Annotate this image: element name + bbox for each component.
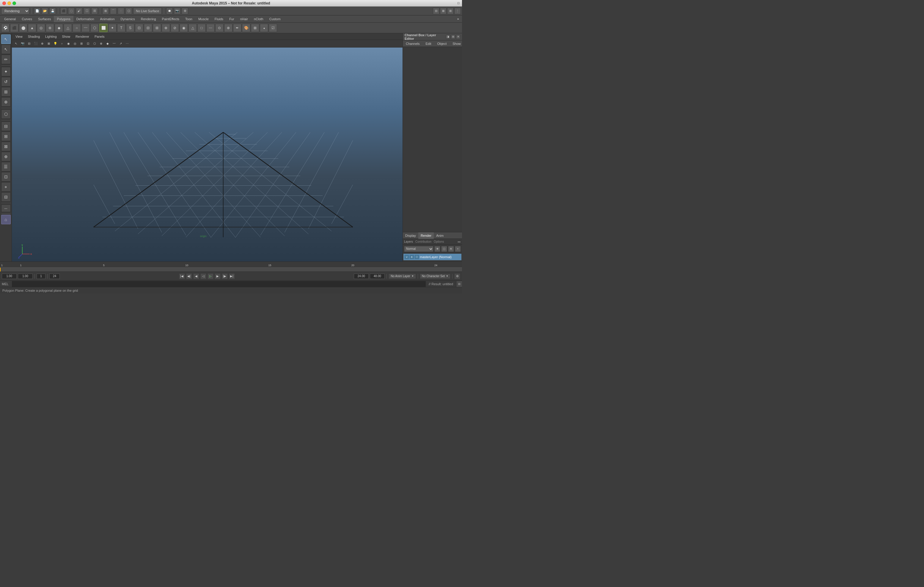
live-surface-btn[interactable]: No Live Surface: [133, 8, 162, 14]
soft-mod-tool[interactable]: ⊟: [1, 122, 11, 131]
menu-fluids[interactable]: Fluids: [212, 16, 226, 22]
frame-input[interactable]: [36, 274, 46, 279]
layer-subtab-contribution[interactable]: Contribution: [415, 240, 431, 243]
cb-tab-edit[interactable]: Edit: [422, 40, 434, 47]
vp-camera-btn[interactable]: 📷: [20, 41, 26, 47]
layer-add-btn[interactable]: +: [455, 246, 461, 252]
shelf-tex-btn[interactable]: ⊠: [251, 24, 259, 32]
shelf-torus-btn[interactable]: ◎: [37, 24, 45, 32]
shelf-triangulate-btn[interactable]: △: [188, 24, 197, 32]
show-ui-btn[interactable]: ⊟: [433, 8, 439, 14]
menu-ncloth[interactable]: nCloth: [251, 16, 266, 22]
vp-motiontrail-btn[interactable]: ↗: [118, 41, 124, 47]
timeline-ruler[interactable]: 1 1 5 10 15: [0, 262, 462, 267]
vp-lights-btn[interactable]: 💡: [52, 41, 58, 47]
shelf-mirror-btn[interactable]: ⊘: [171, 24, 179, 32]
home-btn[interactable]: ⌂: [1, 215, 11, 224]
layer-ref-icon[interactable]: ⬡: [415, 255, 419, 259]
anim-layer-dropdown[interactable]: No Anim Layer ▼: [389, 274, 416, 279]
shelf-extra-btn[interactable]: ⬥: [260, 24, 268, 32]
menu-surfaces[interactable]: Surfaces: [35, 16, 54, 22]
layer-vis-icon[interactable]: V: [404, 255, 409, 259]
layer-subtab-options[interactable]: Options: [434, 240, 444, 243]
layer-item-master[interactable]: V R ⬡ masterLayer (Normal): [403, 254, 461, 260]
vp-joints-btn[interactable]: ⊗: [98, 41, 104, 47]
step-fwd-btn[interactable]: |▶: [222, 273, 228, 279]
select-all-btn[interactable]: ☐: [84, 8, 90, 14]
layer-subtab-more[interactable]: ▸▸: [458, 240, 461, 243]
timeline-bar[interactable]: [0, 267, 462, 271]
layer-tab-display[interactable]: Display: [403, 232, 418, 239]
vp-deformers-btn[interactable]: ◆: [105, 41, 111, 47]
move-tool[interactable]: ✦: [1, 67, 11, 76]
diag-layout[interactable]: ⋄: [1, 182, 11, 192]
hotbox-btn[interactable]: ⊠: [440, 8, 447, 14]
layer-type-icon[interactable]: R: [410, 255, 414, 259]
menu-dynamics[interactable]: Dynamics: [118, 16, 138, 22]
menu-nhair[interactable]: nHair: [237, 16, 251, 22]
menu-painteffects[interactable]: PaintEffects: [159, 16, 183, 22]
dotgrid-layout[interactable]: ⊡: [1, 172, 11, 181]
playback-max-input[interactable]: [370, 274, 385, 279]
shelf-helix-btn[interactable]: 〰: [81, 24, 90, 32]
show-menu[interactable]: Show: [60, 34, 73, 39]
cb-options-btn[interactable]: ⊟: [451, 35, 455, 39]
shelf-plane-btn[interactable]: ⬜: [99, 24, 107, 32]
step-back-btn[interactable]: ◀|: [186, 273, 192, 279]
shelf-append-btn[interactable]: ⊞: [153, 24, 161, 32]
shelf-soccer-btn[interactable]: ⬡: [91, 24, 99, 32]
shelf-extrude-btn[interactable]: ⊡: [135, 24, 143, 32]
playback-min-input[interactable]: [354, 274, 369, 279]
shelf-paint-btn[interactable]: 🎨: [242, 24, 250, 32]
save-scene-btn[interactable]: 💾: [50, 8, 56, 14]
vp-shadows-btn[interactable]: ○: [59, 41, 65, 47]
layer-mode-select[interactable]: Normal: [404, 246, 434, 252]
close-button[interactable]: [2, 2, 6, 5]
grid-layout[interactable]: ⊠: [1, 142, 11, 151]
renderer-menu[interactable]: Renderer: [73, 34, 92, 39]
character-set-dropdown[interactable]: No Character Set ▼: [420, 274, 450, 279]
layer-tab-anim[interactable]: Anim: [434, 232, 446, 239]
cmd-expand-btn[interactable]: ⊟: [456, 281, 462, 287]
range-start-input[interactable]: [2, 274, 16, 279]
menu-curves[interactable]: Curves: [19, 16, 35, 22]
shelf-sculpt-btn[interactable]: ✒: [233, 24, 241, 32]
shelf-separate-btn[interactable]: ⊗: [224, 24, 233, 32]
new-scene-btn[interactable]: 📄: [34, 8, 40, 14]
menu-rendering[interactable]: Rendering: [138, 16, 159, 22]
rendering-dropdown[interactable]: Rendering: [1, 8, 30, 14]
menu-animation[interactable]: Animation: [97, 16, 118, 22]
snap-surface-btn[interactable]: ⬡: [125, 8, 132, 14]
render-settings-btn[interactable]: ⚙: [182, 8, 188, 14]
rotate-tool[interactable]: ↺: [1, 77, 11, 86]
cmd-language-label[interactable]: MEL: [0, 282, 12, 286]
layer-render-all-btn[interactable]: R: [448, 246, 454, 252]
prefs-btn[interactable]: ⋮: [454, 8, 461, 14]
menu-muscle[interactable]: Muscle: [195, 16, 212, 22]
snap-curve-btn[interactable]: ⌒: [110, 8, 117, 14]
minus-btn[interactable]: —: [1, 204, 11, 212]
view-menu[interactable]: View: [13, 34, 25, 39]
snap-point-btn[interactable]: ·: [118, 8, 124, 14]
vp-flat-btn[interactable]: ⬛: [33, 41, 39, 47]
lines-layout[interactable]: ☰: [1, 162, 11, 171]
vp-select-btn[interactable]: ↖: [13, 41, 19, 47]
ipr-btn[interactable]: 📷: [174, 8, 180, 14]
vp-isolate-btn[interactable]: ◎: [72, 41, 78, 47]
shelf-bridge-btn[interactable]: ⊟: [144, 24, 152, 32]
play-fwd-btn[interactable]: ▷: [208, 273, 213, 279]
vp-grid-btn[interactable]: ⊞: [79, 41, 84, 47]
select-tool-btn[interactable]: ⬛: [60, 8, 67, 14]
menu-collapse-btn[interactable]: ▸: [456, 16, 461, 21]
vp-wireframe-btn[interactable]: ⊟: [26, 41, 32, 47]
paint-sel-btn[interactable]: 🖌: [76, 8, 82, 14]
play-back-btn[interactable]: ◁: [200, 273, 206, 279]
shelf-cube-btn[interactable]: ⬛: [10, 24, 18, 32]
range-input[interactable]: [50, 274, 60, 279]
shelf-sphere-btn[interactable]: ⚽: [1, 24, 10, 32]
vp-displayoptions-btn[interactable]: ⋯: [124, 41, 130, 47]
last-tool[interactable]: ⊕: [1, 97, 11, 107]
shelf-cone-btn[interactable]: ▲: [28, 24, 36, 32]
cb-tab-object[interactable]: Object: [434, 40, 449, 47]
shelf-check-btn[interactable]: ☑: [269, 24, 277, 32]
